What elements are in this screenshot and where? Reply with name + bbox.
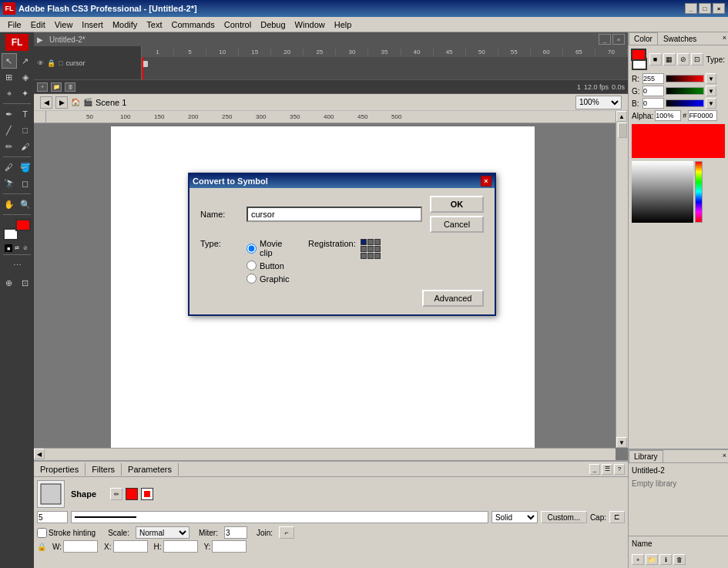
menu-view[interactable]: View — [50, 18, 78, 31]
window-controls[interactable]: _ □ × — [685, 3, 725, 14]
tab-filters[interactable]: Filters — [86, 463, 122, 476]
r-input[interactable] — [642, 73, 664, 84]
playhead[interactable] — [142, 57, 143, 79]
panel-help-btn[interactable]: ? — [614, 464, 625, 475]
panel-menu-btn[interactable]: ☰ — [602, 464, 612, 475]
type-movieclip-label[interactable]: Movie clip — [247, 239, 293, 257]
reg-dot-tc[interactable] — [367, 239, 374, 245]
restore-button[interactable]: □ — [699, 3, 711, 14]
b-input[interactable] — [642, 98, 664, 109]
eyedropper-tool[interactable]: 🔭 — [2, 176, 17, 191]
brush-tool[interactable]: 🖌 — [18, 139, 33, 154]
menu-commands[interactable]: Commands — [166, 18, 219, 31]
paint-bucket-tool[interactable]: 🪣 — [18, 160, 33, 175]
menu-help[interactable]: Help — [330, 18, 357, 31]
poly-tool[interactable]: ✦ — [18, 86, 33, 101]
fill-color[interactable] — [141, 488, 153, 500]
tab-library[interactable]: Library — [629, 450, 663, 462]
text-tool[interactable]: T — [18, 106, 33, 122]
stroke-edit-btn[interactable]: ✏ — [110, 488, 122, 500]
panel-collapse-btn[interactable]: _ — [589, 464, 600, 475]
reg-dot-tl[interactable] — [361, 239, 367, 245]
b-slider[interactable] — [666, 99, 704, 107]
g-input[interactable] — [642, 86, 664, 96]
menu-modify[interactable]: Modify — [108, 18, 142, 31]
solid-color-btn[interactable]: ■ — [649, 53, 662, 66]
menu-insert[interactable]: Insert — [77, 18, 108, 31]
zoom-tool[interactable]: 🔍 — [18, 197, 33, 212]
name-input[interactable] — [247, 207, 422, 222]
line-tool[interactable]: ╱ — [2, 123, 17, 138]
cap-icon[interactable]: ⊏ — [609, 511, 625, 523]
h-input[interactable]: 50.0 — [163, 540, 198, 553]
alpha-input[interactable] — [655, 110, 681, 121]
close-button[interactable]: × — [713, 3, 725, 14]
canvas-area[interactable]: 50 100 150 200 250 300 350 400 450 500 — [34, 111, 628, 460]
menu-window[interactable]: Window — [290, 18, 330, 31]
r-dropdown[interactable]: ▼ — [706, 73, 716, 84]
reg-dot-mr[interactable] — [374, 246, 381, 252]
delete-layer-btn[interactable]: 🗑 — [65, 82, 75, 92]
advanced-button[interactable]: Advanced — [422, 290, 484, 307]
hand-tool[interactable]: ✋ — [2, 197, 17, 212]
eraser-tool[interactable]: ◻ — [18, 176, 33, 191]
extra-tools[interactable]: ⊕ — [2, 275, 17, 291]
timeline-close[interactable]: × — [612, 34, 625, 45]
tab-swatches[interactable]: Swatches — [658, 32, 702, 45]
pen-tool[interactable]: ✒ — [2, 106, 17, 122]
ok-button[interactable]: OK — [430, 196, 484, 213]
no-color-panel-btn[interactable]: ⊘ — [677, 53, 689, 66]
g-slider[interactable] — [666, 87, 704, 95]
tab-color[interactable]: Color — [629, 32, 658, 45]
add-folder-btn[interactable]: 📁 — [51, 82, 62, 92]
x-input[interactable]: 231.0 — [113, 540, 148, 553]
menu-edit[interactable]: Edit — [26, 18, 50, 31]
join-icon[interactable]: ⌐ — [279, 526, 294, 539]
y-input[interactable]: 148.0 — [212, 540, 247, 553]
gradient-btn[interactable]: ▦ — [663, 53, 676, 66]
lasso-tool[interactable]: ⌖ — [2, 86, 17, 101]
reg-dot-br[interactable] — [374, 253, 381, 259]
stroke-style-select[interactable]: Solid Dashed Dotted — [491, 511, 538, 523]
r-slider[interactable] — [666, 75, 704, 82]
menu-control[interactable]: Control — [220, 18, 256, 31]
dialog-close-button[interactable]: × — [481, 176, 491, 187]
menu-file[interactable]: File — [3, 18, 26, 31]
timeline-minimize[interactable]: _ — [599, 34, 611, 45]
ink-bottle-tool[interactable]: 🖋 — [2, 160, 17, 175]
snap-color-btn[interactable]: ⊡ — [691, 53, 703, 66]
hex-input[interactable] — [688, 110, 717, 121]
stroke-color[interactable] — [126, 488, 138, 500]
menu-text[interactable]: Text — [142, 18, 166, 31]
lib-new-symbol-btn[interactable]: + — [632, 554, 644, 565]
rect-tool[interactable]: □ — [18, 123, 33, 138]
color-panel-close[interactable]: × — [721, 32, 728, 45]
color-fill-swatch[interactable] — [631, 49, 646, 61]
library-panel-close[interactable]: × — [721, 450, 728, 462]
swap-colors-btn[interactable]: ⇄ — [13, 244, 21, 252]
layer-name[interactable]: cursor — [65, 59, 85, 67]
custom-button[interactable]: Custom... — [541, 511, 587, 523]
type-button-label[interactable]: Button — [247, 260, 293, 271]
type-movieclip-radio[interactable] — [247, 244, 257, 254]
stroke-hint-label[interactable]: Stroke hinting — [37, 528, 96, 538]
tab-parameters[interactable]: Parameters — [122, 463, 179, 476]
no-color-btn[interactable]: ⊘ — [22, 244, 29, 252]
free-transform-tool[interactable]: ⊞ — [2, 69, 17, 85]
edit-env[interactable]: ⊡ — [18, 275, 33, 291]
hue-slider[interactable] — [695, 161, 703, 223]
type-graphic-radio[interactable] — [247, 274, 257, 284]
lib-new-folder-btn[interactable]: 📁 — [646, 554, 658, 565]
reg-dot-bc[interactable] — [367, 253, 374, 259]
minimize-button[interactable]: _ — [685, 3, 697, 14]
tab-properties[interactable]: Properties — [34, 463, 86, 476]
zoom-select[interactable]: 100% 50% 200% — [575, 96, 622, 109]
scale-select[interactable]: Normal Horizontal Vertical None — [136, 526, 190, 539]
lib-delete-btn[interactable]: 🗑 — [673, 554, 686, 565]
miter-input[interactable] — [224, 526, 247, 539]
reg-dot-tr[interactable] — [374, 239, 381, 245]
nav-forward-btn[interactable]: ▶ — [55, 96, 68, 109]
stroke-size-input[interactable] — [37, 511, 68, 523]
reg-dot-mc[interactable] — [367, 246, 374, 252]
lib-props-btn[interactable]: ℹ — [659, 554, 672, 565]
